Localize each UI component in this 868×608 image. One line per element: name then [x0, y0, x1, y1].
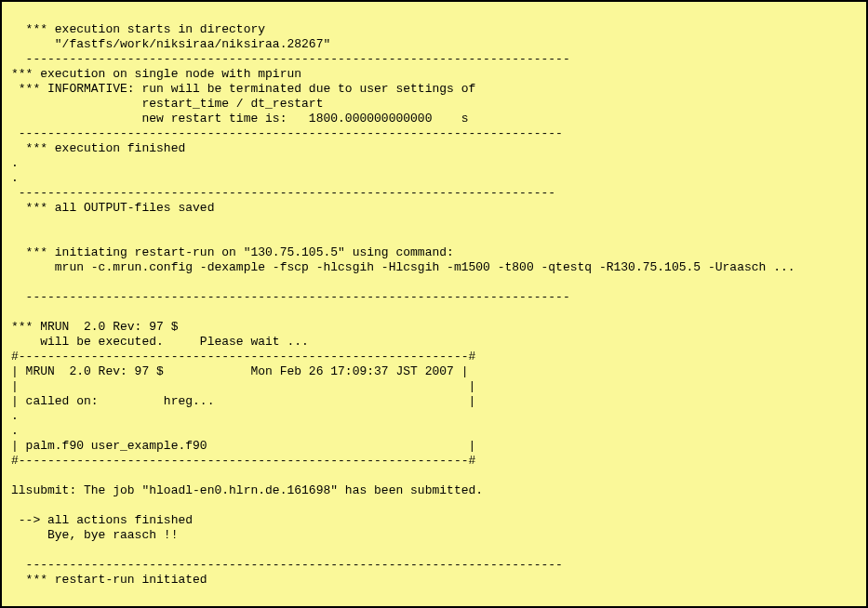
terminal-line: *** MRUN 2.0 Rev: 97 $	[11, 320, 178, 334]
terminal-line: new restart time is: 1800.000000000000 s	[11, 112, 468, 126]
terminal-line: Bye, bye raasch !!	[11, 528, 178, 542]
terminal-line: .	[11, 409, 19, 423]
terminal-line: "/fastfs/work/niksiraa/niksiraa.28267"	[11, 37, 330, 51]
terminal-line: restart_time / dt_restart	[11, 97, 323, 111]
terminal-line: | called on: hreg... |	[11, 394, 475, 408]
terminal-line: *** all OUTPUT-files saved	[11, 201, 214, 215]
terminal-line: .	[11, 424, 19, 438]
terminal-line: mrun -c.mrun.config -dexample -fscp -hlc…	[11, 260, 795, 274]
terminal-line: | |	[11, 379, 475, 393]
terminal-line: will be executed. Please wait ...	[11, 335, 309, 349]
terminal-line: ----------------------------------------…	[11, 126, 563, 140]
terminal-line: .	[11, 156, 19, 170]
terminal-line: ----------------------------------------…	[11, 290, 570, 304]
terminal-line: *** INFORMATIVE: run will be terminated …	[11, 82, 475, 96]
terminal-line: ----------------------------------------…	[11, 558, 563, 572]
terminal-line: --> all actions finished	[11, 513, 193, 527]
terminal-line: | MRUN 2.0 Rev: 97 $ Mon Feb 26 17:09:37…	[11, 364, 468, 378]
terminal-line: *** execution finished	[11, 141, 185, 155]
terminal-line: *** execution on single node with mpirun	[11, 67, 301, 81]
terminal-line: llsubmit: The job "hloadl-en0.hlrn.de.16…	[11, 483, 483, 497]
terminal-line: | palm.f90 user_example.f90 |	[11, 439, 475, 453]
terminal-line: .	[11, 171, 19, 185]
terminal-output: *** execution starts in directory "/fast…	[0, 0, 868, 608]
terminal-line: *** initiating restart-run on "130.75.10…	[11, 245, 454, 259]
terminal-line: #---------------------------------------…	[11, 454, 475, 468]
terminal-line: *** restart-run initiated	[11, 573, 207, 587]
terminal-line: #---------------------------------------…	[11, 350, 475, 363]
terminal-line: ----------------------------------------…	[11, 186, 555, 200]
terminal-line: *** execution starts in directory	[11, 22, 265, 36]
terminal-line: ----------------------------------------…	[11, 52, 570, 66]
